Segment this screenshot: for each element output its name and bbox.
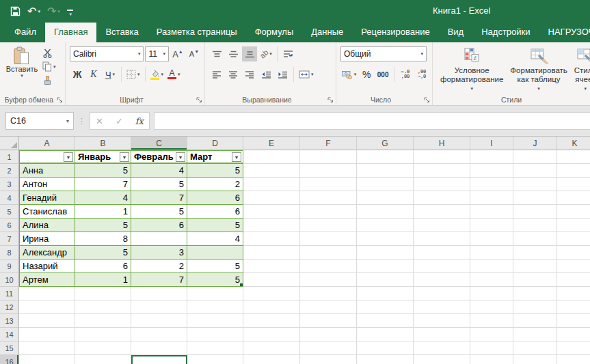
cell-J10[interactable] bbox=[513, 273, 557, 287]
cell-J11[interactable] bbox=[513, 287, 557, 300]
underline-button[interactable]: Ч▾ bbox=[103, 67, 118, 82]
fill-color-dropdown-icon[interactable]: ▾ bbox=[161, 72, 164, 77]
number-format-select[interactable]: Общий ▾ bbox=[340, 46, 427, 61]
column-header-G[interactable]: G bbox=[357, 137, 414, 150]
cell-J12[interactable] bbox=[513, 300, 557, 314]
column-header-F[interactable]: F bbox=[300, 137, 357, 150]
cell-A10[interactable]: Артем bbox=[19, 273, 75, 287]
cell-C3[interactable]: 5 bbox=[131, 178, 187, 191]
cell-A11[interactable] bbox=[19, 287, 75, 300]
row-header-8[interactable]: 8 bbox=[0, 246, 19, 260]
cell-I4[interactable] bbox=[470, 191, 513, 205]
cell-D8[interactable] bbox=[187, 246, 243, 260]
cell-G14[interactable] bbox=[357, 328, 414, 341]
cell-I12[interactable] bbox=[470, 300, 513, 314]
cell-E3[interactable] bbox=[243, 178, 300, 191]
column-header-E[interactable]: E bbox=[243, 137, 300, 150]
column-header-I[interactable]: I bbox=[470, 137, 513, 150]
cell-J7[interactable] bbox=[513, 232, 557, 246]
cell-D7[interactable]: 4 bbox=[187, 232, 243, 246]
cell-J8[interactable] bbox=[513, 246, 557, 260]
percent-style-button[interactable]: % bbox=[359, 67, 374, 82]
cell-G10[interactable] bbox=[357, 273, 414, 287]
number-dialog-launcher[interactable] bbox=[424, 97, 430, 103]
name-box[interactable]: C16 ▾ bbox=[5, 112, 74, 130]
cell-K12[interactable] bbox=[557, 300, 590, 314]
cell-B14[interactable] bbox=[75, 328, 131, 341]
cell-B4[interactable]: 4 bbox=[75, 191, 131, 205]
cell-C6[interactable]: 6 bbox=[131, 219, 187, 232]
cell-E7[interactable] bbox=[243, 232, 300, 246]
formula-bar-splitter[interactable]: ⋮ bbox=[78, 117, 85, 126]
cell-C7[interactable] bbox=[131, 232, 187, 246]
row-header-16[interactable]: 16 bbox=[0, 355, 19, 364]
column-header-D[interactable]: D bbox=[187, 137, 243, 150]
cancel-icon[interactable]: ✕ bbox=[96, 116, 103, 126]
cell-F3[interactable] bbox=[300, 178, 357, 191]
cell-F9[interactable] bbox=[300, 260, 357, 273]
enter-icon[interactable]: ✓ bbox=[116, 116, 123, 126]
orientation-dropdown-icon[interactable]: ▾ bbox=[269, 51, 272, 57]
cell-D2[interactable]: 5 bbox=[187, 164, 243, 178]
cell-I13[interactable] bbox=[470, 314, 513, 328]
cell-J2[interactable] bbox=[513, 164, 557, 178]
filter-button-D1[interactable]: ▼ bbox=[232, 152, 241, 162]
cell-K11[interactable] bbox=[557, 287, 590, 300]
merge-dropdown-icon[interactable]: ▾ bbox=[311, 72, 314, 77]
cell-H13[interactable] bbox=[414, 314, 470, 328]
column-header-B[interactable]: B bbox=[75, 137, 131, 150]
row-header-1[interactable]: 1 bbox=[0, 150, 19, 164]
cell-F11[interactable] bbox=[300, 287, 357, 300]
cell-D15[interactable] bbox=[187, 341, 243, 355]
cell-G1[interactable] bbox=[357, 150, 414, 164]
cell-styles-button[interactable]: Стили ячеек ▾ bbox=[571, 45, 590, 93]
cell-B15[interactable] bbox=[75, 341, 131, 355]
cell-I6[interactable] bbox=[470, 219, 513, 232]
cell-C2[interactable]: 4 bbox=[131, 164, 187, 178]
cell-A5[interactable]: Станислав bbox=[19, 205, 75, 219]
cell-G3[interactable] bbox=[357, 178, 414, 191]
cell-E12[interactable] bbox=[243, 300, 300, 314]
cell-K6[interactable] bbox=[557, 219, 590, 232]
cell-E4[interactable] bbox=[243, 191, 300, 205]
cell-E2[interactable] bbox=[243, 164, 300, 178]
orientation-button[interactable]: ab ▾ bbox=[258, 46, 273, 61]
cell-C11[interactable] bbox=[131, 287, 187, 300]
cell-K7[interactable] bbox=[557, 232, 590, 246]
cell-G9[interactable] bbox=[357, 260, 414, 273]
cell-K3[interactable] bbox=[557, 178, 590, 191]
redo-button[interactable]: ↷ ▾ bbox=[45, 4, 62, 19]
cell-K9[interactable] bbox=[557, 260, 590, 273]
cell-F13[interactable] bbox=[300, 314, 357, 328]
decrease-font-button[interactable]: A▼ bbox=[187, 46, 202, 61]
cell-G8[interactable] bbox=[357, 246, 414, 260]
cell-H2[interactable] bbox=[414, 164, 470, 178]
cell-D5[interactable]: 6 bbox=[187, 205, 243, 219]
cell-H3[interactable] bbox=[414, 178, 470, 191]
cell-I11[interactable] bbox=[470, 287, 513, 300]
format-as-table-button[interactable]: Форматировать как таблицу ▾ bbox=[507, 45, 570, 93]
cell-C5[interactable]: 5 bbox=[131, 205, 187, 219]
format-painter-button[interactable] bbox=[41, 74, 59, 86]
row-header-6[interactable]: 6 bbox=[0, 219, 19, 232]
cell-I1[interactable] bbox=[470, 150, 513, 164]
cell-C13[interactable] bbox=[131, 314, 187, 328]
increase-decimal-button[interactable]: ←.0,00 bbox=[398, 67, 413, 82]
row-header-9[interactable]: 9 bbox=[0, 260, 19, 273]
borders-dropdown-icon[interactable]: ▾ bbox=[137, 72, 140, 77]
wrap-text-button[interactable] bbox=[281, 46, 296, 61]
cell-D16[interactable] bbox=[187, 355, 243, 364]
accounting-format-button[interactable]: ▾ bbox=[340, 67, 358, 82]
cell-E6[interactable] bbox=[243, 219, 300, 232]
cell-J4[interactable] bbox=[513, 191, 557, 205]
cell-H4[interactable] bbox=[414, 191, 470, 205]
cell-G15[interactable] bbox=[357, 341, 414, 355]
cell-C16[interactable] bbox=[131, 355, 187, 364]
cell-G13[interactable] bbox=[357, 314, 414, 328]
cell-K14[interactable] bbox=[557, 328, 590, 341]
cell-F8[interactable] bbox=[300, 246, 357, 260]
cell-D11[interactable] bbox=[187, 287, 243, 300]
cell-F5[interactable] bbox=[300, 205, 357, 219]
cell-H12[interactable] bbox=[414, 300, 470, 314]
redo-dropdown-icon[interactable]: ▾ bbox=[57, 9, 60, 14]
